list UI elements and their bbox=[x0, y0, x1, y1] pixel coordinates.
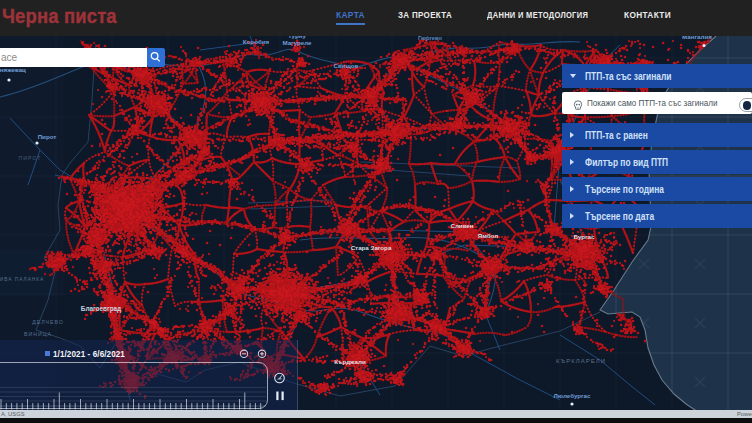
svg-text:Стара Загора: Стара Загора bbox=[351, 244, 392, 251]
svg-text:Княжевац: Княжевац bbox=[0, 66, 26, 73]
svg-text:КРИВА ПАЛАНКА: КРИВА ПАЛАНКА bbox=[0, 277, 44, 282]
svg-text:Гюргево: Гюргево bbox=[418, 36, 443, 41]
svg-text:ДЕЛЧЕВО: ДЕЛЧЕВО bbox=[32, 319, 64, 325]
svg-text:Кърджали: Кърджали bbox=[334, 358, 366, 365]
svg-text:Пирот: Пирот bbox=[38, 133, 57, 140]
svg-text:Благоевград: Благоевград bbox=[81, 305, 121, 313]
svg-text:Магуреле: Магуреле bbox=[282, 39, 312, 46]
svg-text:Свищов: Свищов bbox=[334, 62, 359, 69]
svg-text:Коробия: Коробия bbox=[243, 38, 270, 45]
svg-text:КЪРКЛАРЕЛИ: КЪРКЛАРЕЛИ bbox=[556, 358, 606, 364]
svg-text:Сливен: Сливен bbox=[450, 222, 473, 229]
svg-text:ПИРОТ: ПИРОТ bbox=[18, 155, 41, 161]
svg-text:Люлебургас: Люлебургас bbox=[553, 392, 591, 399]
svg-text:ВИНИЦА: ВИНИЦА bbox=[24, 331, 52, 337]
svg-text:Мангалия: Мангалия bbox=[682, 36, 712, 40]
svg-text:Ямбол: Ямбол bbox=[478, 232, 498, 239]
svg-text:Бургас: Бургас bbox=[574, 233, 596, 240]
